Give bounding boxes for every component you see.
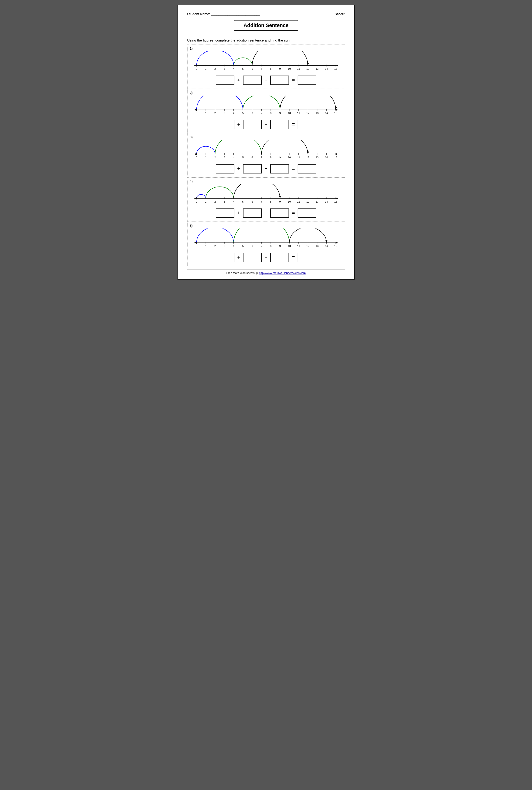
answer-box-1-2[interactable] [243, 76, 262, 85]
svg-marker-74 [336, 153, 338, 155]
answer-row-1: ++= [190, 73, 342, 86]
answer-box-1-1[interactable] [216, 76, 234, 85]
svg-text:7: 7 [261, 245, 262, 247]
svg-text:5: 5 [242, 68, 244, 70]
svg-text:2: 2 [214, 112, 216, 115]
svg-text:12: 12 [306, 200, 309, 203]
equals-operator-5: = [292, 254, 295, 261]
answer-box-3-3[interactable] [270, 164, 289, 173]
svg-text:6: 6 [251, 245, 253, 247]
problem-number-2: 2) [190, 91, 342, 95]
answer-box-4-4[interactable] [298, 209, 316, 218]
equals-operator-3: = [292, 166, 295, 172]
svg-text:8: 8 [270, 200, 271, 203]
svg-text:10: 10 [288, 156, 291, 159]
answer-box-1-4[interactable] [298, 76, 316, 85]
answer-box-3-2[interactable] [243, 164, 262, 173]
svg-text:2: 2 [214, 156, 216, 159]
worksheet-page: Student Name: __________________________… [177, 5, 355, 280]
svg-text:13: 13 [316, 68, 318, 70]
svg-text:6: 6 [251, 68, 253, 70]
problem-4: 4)0123456789101112131415++= [187, 177, 345, 222]
svg-text:2: 2 [214, 68, 216, 70]
svg-text:1: 1 [205, 112, 206, 115]
svg-text:11: 11 [297, 68, 300, 70]
worksheet-title: Addition Sentence [234, 20, 298, 31]
plus-operator-2-2: + [265, 121, 267, 128]
plus-operator-2-1: + [237, 121, 240, 128]
svg-marker-143 [279, 196, 281, 198]
svg-marker-146 [336, 242, 338, 244]
answer-box-4-1[interactable] [216, 209, 234, 218]
answer-box-5-3[interactable] [270, 253, 289, 262]
svg-text:6: 6 [251, 112, 253, 115]
number-line-3: 0123456789101112131415 [192, 140, 340, 161]
svg-text:13: 13 [316, 200, 318, 203]
svg-text:2: 2 [214, 200, 216, 203]
svg-text:4: 4 [233, 245, 234, 247]
footer: Free Math Worksheets @ http://www.mathwo… [187, 269, 345, 275]
svg-text:13: 13 [316, 245, 318, 247]
svg-text:10: 10 [288, 112, 291, 115]
answer-box-2-2[interactable] [243, 120, 262, 129]
svg-text:0: 0 [196, 200, 197, 203]
svg-text:15: 15 [334, 68, 337, 70]
answer-box-2-4[interactable] [298, 120, 316, 129]
answer-box-4-2[interactable] [243, 209, 262, 218]
problem-number-3: 3) [190, 135, 342, 139]
svg-text:1: 1 [205, 68, 206, 70]
svg-text:15: 15 [334, 156, 337, 159]
svg-text:4: 4 [233, 200, 234, 203]
svg-marker-109 [194, 197, 196, 199]
score-label: Score: [335, 12, 345, 16]
svg-text:3: 3 [224, 245, 225, 247]
answer-box-3-1[interactable] [216, 164, 234, 173]
svg-text:6: 6 [251, 200, 253, 203]
plus-operator-3-1: + [237, 166, 240, 172]
svg-marker-2 [336, 64, 338, 66]
svg-text:3: 3 [224, 112, 225, 115]
svg-text:9: 9 [279, 156, 281, 159]
answer-box-1-3[interactable] [270, 76, 289, 85]
equals-operator-1: = [292, 77, 295, 83]
number-line-5: 0123456789101112131415 [192, 229, 340, 250]
problem-number-4: 4) [190, 179, 342, 183]
answer-box-2-3[interactable] [270, 120, 289, 129]
svg-text:13: 13 [316, 156, 318, 159]
answer-box-2-1[interactable] [216, 120, 234, 129]
problems-container: 1)0123456789101112131415++=2)01234567891… [187, 44, 345, 266]
svg-text:3: 3 [224, 156, 225, 159]
svg-marker-35 [307, 63, 309, 65]
footer-text: Free Math Worksheets @ [226, 271, 259, 275]
answer-box-4-3[interactable] [270, 209, 289, 218]
svg-text:7: 7 [261, 200, 262, 203]
svg-marker-38 [336, 109, 338, 111]
header: Student Name: __________________________… [187, 12, 345, 16]
svg-text:14: 14 [325, 112, 328, 115]
svg-text:9: 9 [279, 68, 281, 70]
answer-box-5-2[interactable] [243, 253, 262, 262]
footer-link[interactable]: http://www.mathworksheets4kids.com [259, 271, 306, 275]
svg-text:0: 0 [196, 245, 197, 247]
student-name-label: Student Name: __________________________… [187, 12, 260, 16]
svg-text:15: 15 [334, 200, 337, 203]
svg-marker-73 [194, 153, 196, 155]
svg-text:3: 3 [224, 200, 225, 203]
answer-box-5-1[interactable] [216, 253, 234, 262]
answer-row-3: ++= [190, 162, 342, 175]
svg-text:5: 5 [242, 156, 244, 159]
answer-box-3-4[interactable] [298, 164, 316, 173]
svg-text:10: 10 [288, 200, 291, 203]
instructions: Using the figures, complete the addition… [187, 38, 345, 42]
svg-text:12: 12 [306, 68, 309, 70]
equals-operator-2: = [292, 121, 295, 128]
answer-box-5-4[interactable] [298, 253, 316, 262]
svg-text:2: 2 [214, 245, 216, 247]
svg-text:7: 7 [261, 112, 262, 115]
svg-text:8: 8 [270, 68, 271, 70]
svg-text:13: 13 [316, 112, 318, 115]
plus-operator-1-2: + [265, 77, 267, 83]
answer-row-4: ++= [190, 206, 342, 219]
svg-text:1: 1 [205, 156, 206, 159]
svg-text:8: 8 [270, 245, 271, 247]
